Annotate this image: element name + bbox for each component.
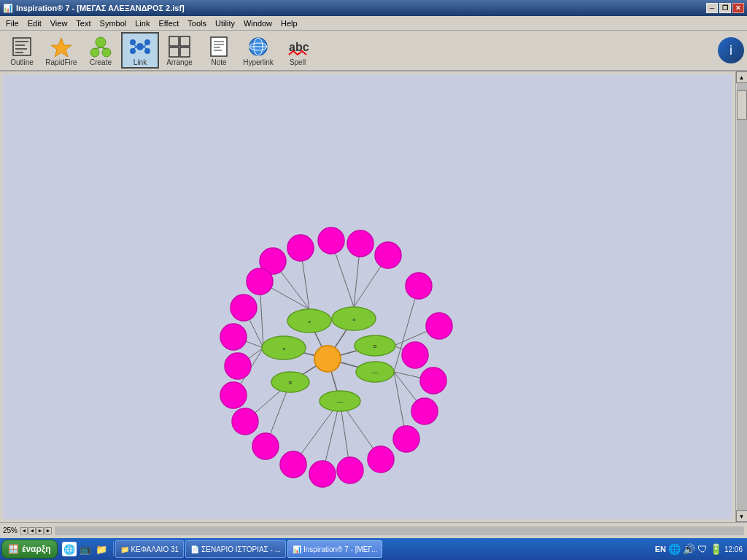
menu-effect[interactable]: Effect: [154, 18, 183, 29]
hyperlink-label: Hyperlink: [243, 58, 274, 66]
pink-node[interactable]: [220, 382, 247, 408]
scroll-next-arrow[interactable]: ►: [36, 527, 44, 534]
menu-utility[interactable]: Utility: [211, 18, 239, 29]
svg-point-11: [136, 43, 144, 50]
spell-icon: abc: [286, 35, 309, 58]
pink-node[interactable]: [411, 398, 438, 424]
link-button[interactable]: Link: [121, 32, 159, 69]
menu-symbol[interactable]: Symbol: [96, 18, 131, 29]
pink-node[interactable]: [426, 313, 452, 339]
svg-rect-22: [169, 47, 179, 57]
svg-point-8: [102, 48, 111, 57]
pink-node[interactable]: [309, 461, 336, 487]
taskbar-item-2[interactable]: 📊 Inspiration® 7 - [ΜΕΓ...: [287, 540, 382, 558]
arrange-label: Arrange: [166, 58, 193, 66]
zoom-level: 25%: [3, 526, 18, 534]
volume-icon: 🔊: [683, 543, 695, 555]
menu-edit[interactable]: Edit: [23, 18, 46, 29]
pink-node[interactable]: [247, 268, 273, 295]
folder-icon[interactable]: 📁: [94, 542, 109, 556]
center-node[interactable]: [314, 346, 341, 372]
taskbar-sep: [113, 542, 114, 556]
note-button[interactable]: Note: [200, 32, 238, 69]
media-icon[interactable]: 📺: [78, 542, 93, 556]
pink-node[interactable]: [347, 230, 374, 257]
menubar: File Edit View Text Symbol Link Effect T…: [0, 16, 747, 31]
pink-node[interactable]: [225, 353, 251, 379]
scroll-down-arrow[interactable]: ▼: [736, 510, 748, 522]
titlebar: 📊 Inspiration® 7 - [ΜΕΓΑΣ ΑΛΕΞΑΝΔΡΟΣ 2.i…: [0, 0, 747, 16]
menu-tools[interactable]: Tools: [183, 18, 211, 29]
spell-button[interactable]: abc Spell: [279, 32, 317, 69]
scroll-up-arrow[interactable]: ▲: [736, 71, 748, 83]
note-label: Note: [211, 58, 226, 66]
pink-node[interactable]: [232, 408, 258, 435]
pink-node[interactable]: [318, 228, 344, 254]
svg-point-7: [90, 48, 99, 57]
svg-text:≡: ≡: [288, 379, 292, 386]
mindmap-svg[interactable]: ≡ ≡ ≡ ≡ — — ≡: [3, 74, 732, 519]
pink-node[interactable]: [406, 273, 432, 299]
scrollbar-right: ▲ ▼: [735, 71, 747, 522]
scroll-track[interactable]: [737, 83, 747, 510]
main-area: ≡ ≡ ≡ ≡ — — ≡ ▲ ▼: [0, 71, 747, 522]
taskbar-item-1[interactable]: 📄 ΣΕΝΑΡΙΟ ΙΣΤΟΡΙΑΣ - ...: [185, 540, 286, 558]
spell-label: Spell: [290, 58, 306, 66]
pink-node[interactable]: [220, 324, 247, 350]
rapidfire-icon: [50, 35, 73, 58]
link-label: Link: [133, 58, 147, 66]
svg-line-10: [101, 47, 107, 49]
create-button[interactable]: Create: [82, 32, 120, 69]
menu-text[interactable]: Text: [71, 18, 95, 29]
canvas-container[interactable]: ≡ ≡ ≡ ≡ — — ≡: [3, 74, 732, 519]
restore-button[interactable]: ❐: [719, 3, 731, 13]
pink-node[interactable]: [402, 342, 428, 368]
scroll-thumb[interactable]: [737, 90, 747, 120]
close-button[interactable]: ✕: [732, 3, 744, 13]
h-scroll-track[interactable]: [55, 526, 744, 535]
taskbar-item-1-icon: 📄: [190, 545, 199, 553]
titlebar-controls: ─ ❐ ✕: [706, 3, 744, 13]
menu-window[interactable]: Window: [239, 18, 276, 29]
rapidfire-button[interactable]: RapidFire: [42, 32, 80, 69]
minimize-button[interactable]: ─: [706, 3, 718, 13]
start-button[interactable]: 🪟 έναρξη: [1, 540, 58, 559]
outline-icon: [10, 35, 34, 58]
pink-node[interactable]: [375, 242, 401, 268]
pink-node[interactable]: [287, 235, 314, 261]
pink-node[interactable]: [368, 446, 394, 472]
taskbar-item-0[interactable]: 📁 ΚΕΦΑΛΑΙΟ 31: [115, 540, 185, 558]
menu-link[interactable]: Link: [131, 18, 154, 29]
menu-help[interactable]: Help: [276, 18, 302, 29]
pink-node[interactable]: [252, 433, 279, 459]
clock: 12:06: [724, 545, 743, 553]
hyperlink-button[interactable]: Hyperlink: [239, 32, 277, 69]
hyperlink-icon: [247, 35, 270, 58]
pink-node[interactable]: [280, 451, 306, 478]
system-tray: EN 🌐 🔊 🛡 🔋 12:06: [652, 543, 746, 555]
menu-view[interactable]: View: [46, 18, 72, 29]
scroll-right-arrow[interactable]: ►: [44, 527, 52, 534]
scroll-prev-arrow[interactable]: ◄: [28, 527, 36, 534]
start-icon: 🪟: [8, 544, 19, 554]
titlebar-left: 📊 Inspiration® 7 - [ΜΕΓΑΣ ΑΛΕΞΑΝΔΡΟΣ 2.i…: [3, 4, 185, 13]
svg-rect-23: [180, 47, 190, 57]
start-label: έναρξη: [22, 544, 51, 554]
taskbar-item-1-label: ΣΕΝΑΡΙΟ ΙΣΤΟΡΙΑΣ - ...: [201, 545, 281, 553]
outline-button[interactable]: Outline: [3, 32, 41, 69]
pink-node[interactable]: [337, 457, 363, 483]
svg-text:≡: ≡: [352, 317, 355, 322]
pink-node[interactable]: [420, 368, 446, 394]
battery-icon: 🔋: [710, 543, 722, 555]
svg-text:≡: ≡: [282, 346, 285, 351]
ie-icon[interactable]: 🌐: [62, 542, 77, 556]
pink-node[interactable]: [231, 295, 257, 321]
outline-label: Outline: [10, 58, 34, 66]
menu-file[interactable]: File: [1, 18, 23, 29]
svg-line-9: [95, 47, 101, 49]
svg-text:—: —: [372, 369, 379, 376]
rapidfire-label: RapidFire: [45, 58, 77, 66]
arrange-button[interactable]: Arrange: [160, 32, 198, 69]
pink-node[interactable]: [393, 426, 419, 452]
scroll-left-arrow[interactable]: ◄: [20, 527, 28, 534]
